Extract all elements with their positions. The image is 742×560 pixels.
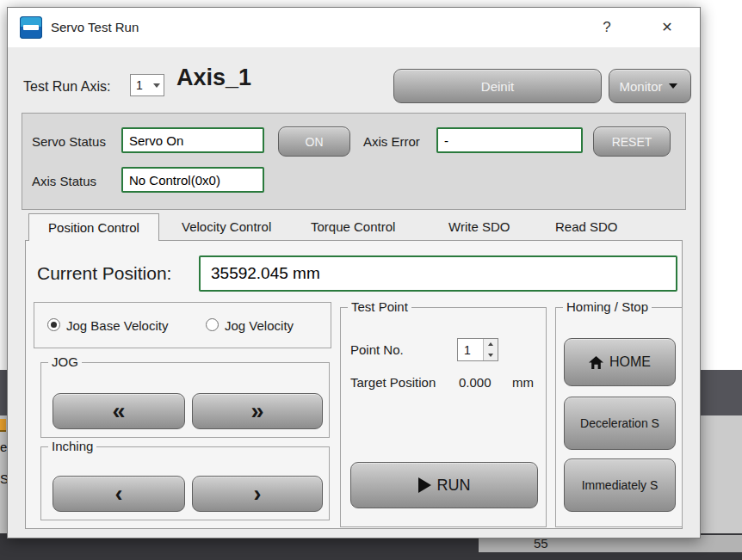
chevron-right-icon: › [254,483,262,506]
play-icon [418,477,431,493]
servo-test-run-dialog: Servo Test Run ? ✕ Test Run Axis: 1 Axis… [7,7,701,538]
point-no-label: Point No. [350,342,404,357]
inch-backward-button[interactable]: ‹ [53,476,185,512]
close-button[interactable]: ✕ [655,16,679,39]
servo-status-field[interactable]: Servo On [121,127,264,153]
axis-status-field[interactable]: No Control(0x0) [121,167,264,193]
chevron-down-icon [153,83,160,88]
test-run-axis-label: Test Run Axis: [23,79,110,95]
reset-button[interactable]: RESET [593,126,671,157]
chevron-left-icon: ‹ [115,483,123,506]
axis-name-label: Axis_1 [176,65,251,91]
tab-position-control[interactable]: Position Control [28,213,159,241]
current-position-value: 35592.045 mm [211,264,320,283]
background-fragment-letter: e [0,440,7,454]
axis-status-label: Axis Status [32,174,96,188]
home-button[interactable]: HOME [564,338,676,386]
help-button[interactable]: ? [595,16,619,39]
current-position-label: Current Position: [37,263,171,284]
point-no-value: 1 [458,339,483,360]
immediate-stop-label: Immediately S [582,478,659,492]
servo-status-value: Servo On [129,133,183,148]
deceleration-stop-button[interactable]: Deceleration S [564,397,676,450]
jog-velocity-radio[interactable] [206,318,219,331]
test-point-group-title: Test Point [348,299,411,314]
jog-velocity-label: Jog Velocity [225,318,294,333]
deceleration-stop-label: Deceleration S [580,416,659,430]
jog-forward-button[interactable]: » [192,393,323,429]
inch-forward-button[interactable]: › [192,476,323,512]
point-no-spinner[interactable]: 1 [457,338,498,361]
target-position-label: Target Position [350,375,436,390]
spinner-up-button[interactable] [484,339,498,350]
background-fragment-letter: S [0,471,7,486]
spinner-down-button[interactable] [484,350,498,361]
jog-base-velocity-label: Jog Base Velocity [66,318,168,333]
jog-base-velocity-radio[interactable] [47,318,60,331]
jog-group-title: JOG [48,354,82,369]
triangle-up-icon [488,342,493,346]
target-position-value: 0.000 [459,375,492,390]
axis-status-value: No Control(0x0) [129,173,220,188]
deinit-button-label: Deinit [481,79,514,94]
axis-error-value: - [444,133,448,148]
run-button[interactable]: RUN [350,462,538,508]
current-position-field[interactable]: 35592.045 mm [199,255,677,292]
inching-group-title: Inching [48,439,96,453]
monitor-button-label: Monitor [619,79,662,94]
reset-button-label: RESET [612,135,652,149]
tab-write-sdo[interactable]: Write SDO [448,219,510,234]
axis-number-combobox[interactable]: 1 [130,74,164,96]
double-chevron-left-icon: « [112,400,125,423]
background-folder-icon [0,419,6,432]
axis-error-label: Axis Error [363,134,420,149]
servo-on-button[interactable]: ON [278,126,350,157]
title-bar[interactable]: Servo Test Run ? ✕ [8,8,700,47]
triangle-down-icon [488,354,493,357]
run-button-label: RUN [437,477,471,495]
servo-status-label: Servo Status [32,134,106,149]
dropdown-caret-icon [669,83,677,89]
immediate-stop-button[interactable]: Immediately S [564,458,676,512]
double-chevron-right-icon: » [250,400,263,423]
axis-error-field[interactable]: - [436,127,583,153]
desktop-background: 55 e S Servo Test Run ? ✕ Test Run Axis:… [0,0,742,560]
servo-app-icon [20,16,42,39]
tab-read-sdo[interactable]: Read SDO [555,219,618,234]
servo-on-button-label: ON [306,135,324,149]
target-position-unit: mm [512,375,534,390]
window-title: Servo Test Run [51,20,139,34]
homing-stop-group-title: Homing / Stop [563,299,652,314]
deinit-button[interactable]: Deinit [393,69,602,103]
home-icon [589,356,603,369]
home-button-label: HOME [609,354,651,370]
jog-backward-button[interactable]: « [53,393,185,429]
tab-velocity-control[interactable]: Velocity Control [182,219,271,234]
monitor-button[interactable]: Monitor [609,69,691,103]
axis-number-value: 1 [131,78,153,92]
tab-torque-control[interactable]: Torque Control [311,219,395,234]
